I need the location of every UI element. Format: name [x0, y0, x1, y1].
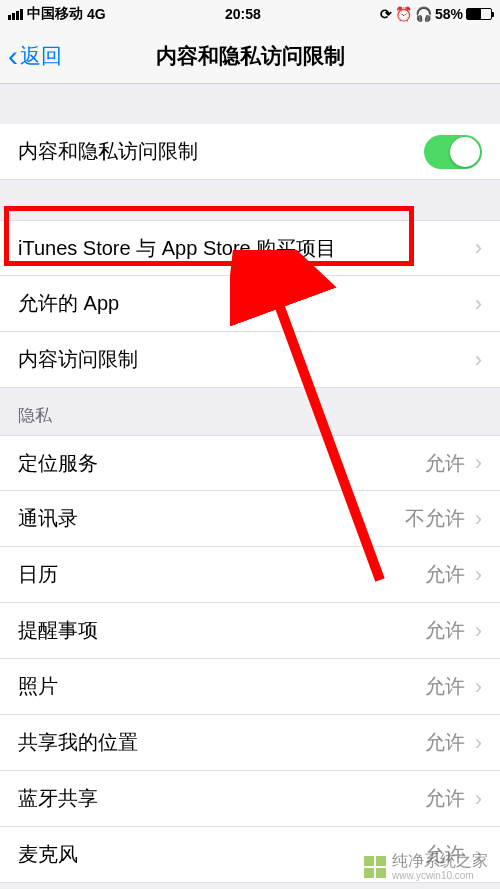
row-label: 日历	[18, 561, 425, 588]
row-content-privacy-toggle[interactable]: 内容和隐私访问限制	[0, 124, 500, 180]
status-right: ⟳ ⏰ 🎧 58%	[380, 6, 492, 22]
chevron-right-icon: ›	[475, 291, 482, 317]
row-privacy-item[interactable]: 日历允许›	[0, 547, 500, 603]
row-label: 共享我的位置	[18, 729, 425, 756]
chevron-right-icon: ›	[475, 730, 482, 756]
row-itunes-appstore-purchases[interactable]: iTunes Store 与 App Store 购买项目 ›	[0, 220, 500, 276]
watermark-text: 纯净系统之家	[392, 852, 488, 870]
row-label: 定位服务	[18, 450, 425, 477]
chevron-right-icon: ›	[475, 618, 482, 644]
chevron-right-icon: ›	[475, 786, 482, 812]
page-title: 内容和隐私访问限制	[0, 42, 500, 70]
row-value: 允许	[425, 673, 465, 700]
row-value: 不允许	[405, 505, 465, 532]
row-value: 允许	[425, 450, 465, 477]
row-label: 允许的 App	[18, 290, 475, 317]
row-value: 允许	[425, 561, 465, 588]
battery-icon	[466, 8, 492, 20]
row-value: 允许	[425, 729, 465, 756]
row-value: 允许	[425, 617, 465, 644]
status-time: 20:58	[225, 6, 261, 22]
row-value: 允许	[425, 785, 465, 812]
chevron-right-icon: ›	[475, 674, 482, 700]
network-label: 4G	[87, 6, 106, 22]
chevron-right-icon: ›	[475, 450, 482, 476]
nav-bar: ‹ 返回 内容和隐私访问限制	[0, 28, 500, 84]
chevron-right-icon: ›	[475, 347, 482, 373]
row-label: 内容访问限制	[18, 346, 475, 373]
switch-on[interactable]	[424, 135, 482, 169]
chevron-left-icon: ‹	[8, 41, 18, 71]
back-label: 返回	[20, 42, 62, 70]
headphone-icon: 🎧	[415, 6, 432, 22]
row-privacy-item[interactable]: 定位服务允许›	[0, 435, 500, 491]
watermark-logo-icon	[364, 856, 386, 878]
watermark: 纯净系统之家 www.ycwin10.com	[364, 852, 488, 881]
rotation-lock-icon: ⟳	[380, 6, 392, 22]
back-button[interactable]: ‹ 返回	[8, 41, 62, 71]
row-label: iTunes Store 与 App Store 购买项目	[18, 235, 475, 262]
row-label: 照片	[18, 673, 425, 700]
row-privacy-item[interactable]: 照片允许›	[0, 659, 500, 715]
row-privacy-item[interactable]: 共享我的位置允许›	[0, 715, 500, 771]
row-privacy-item[interactable]: 提醒事项允许›	[0, 603, 500, 659]
row-label: 通讯录	[18, 505, 405, 532]
row-allowed-apps[interactable]: 允许的 App ›	[0, 276, 500, 332]
alarm-icon: ⏰	[395, 6, 412, 22]
status-bar: 中国移动 4G 20:58 ⟳ ⏰ 🎧 58%	[0, 0, 500, 28]
carrier-label: 中国移动	[27, 5, 83, 23]
row-content-restrictions[interactable]: 内容访问限制 ›	[0, 332, 500, 388]
row-privacy-item[interactable]: 通讯录不允许›	[0, 491, 500, 547]
chevron-right-icon: ›	[475, 562, 482, 588]
status-left: 中国移动 4G	[8, 5, 106, 23]
row-privacy-item[interactable]: 蓝牙共享允许›	[0, 771, 500, 827]
row-label: 内容和隐私访问限制	[18, 138, 424, 165]
chevron-right-icon: ›	[475, 506, 482, 532]
row-label: 蓝牙共享	[18, 785, 425, 812]
battery-pct: 58%	[435, 6, 463, 22]
watermark-url: www.ycwin10.com	[392, 870, 488, 881]
section-header-privacy: 隐私	[0, 388, 500, 435]
chevron-right-icon: ›	[475, 235, 482, 261]
row-label: 提醒事项	[18, 617, 425, 644]
signal-icon	[8, 9, 23, 20]
